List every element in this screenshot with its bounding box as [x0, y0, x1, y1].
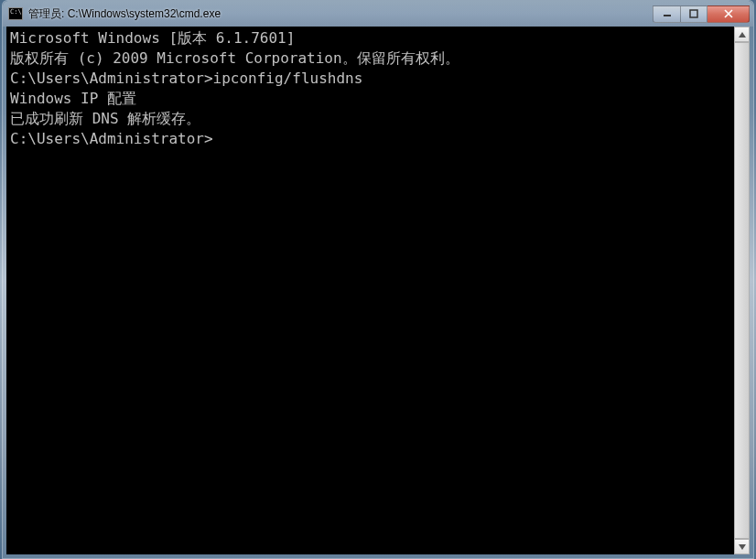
- close-button[interactable]: [707, 5, 750, 23]
- minimize-button[interactable]: [653, 5, 680, 23]
- cmd-window: 管理员: C:\Windows\system32\cmd.exe Microso…: [2, 0, 754, 559]
- svg-rect-1: [690, 10, 697, 17]
- window-title: 管理员: C:\Windows\system32\cmd.exe: [28, 6, 653, 22]
- terminal[interactable]: Microsoft Windows [版本 6.1.7601]版权所有 (c) …: [6, 27, 734, 554]
- output-line: Windows IP 配置: [10, 89, 730, 109]
- scroll-track[interactable]: [734, 42, 750, 539]
- svg-rect-0: [664, 15, 671, 16]
- scrollbar: [734, 27, 750, 554]
- output-line: Microsoft Windows [版本 6.1.7601]: [10, 28, 730, 48]
- output-line: 版权所有 (c) 2009 Microsoft Corporation。保留所有…: [10, 48, 730, 69]
- maximize-button[interactable]: [680, 5, 707, 23]
- prompt-line: C:\Users\Administrator>: [10, 129, 730, 149]
- scroll-up-button[interactable]: [734, 27, 750, 42]
- titlebar[interactable]: 管理员: C:\Windows\system32\cmd.exe: [3, 1, 753, 27]
- prompt-line: C:\Users\Administrator>ipconfig/flushdns: [10, 69, 730, 89]
- client-area: Microsoft Windows [版本 6.1.7601]版权所有 (c) …: [6, 27, 750, 554]
- scroll-down-button[interactable]: [734, 539, 750, 554]
- output-line: 已成功刷新 DNS 解析缓存。: [10, 109, 730, 129]
- scroll-thumb[interactable]: [734, 42, 750, 539]
- window-controls: [653, 5, 750, 23]
- cmd-icon: [8, 7, 23, 20]
